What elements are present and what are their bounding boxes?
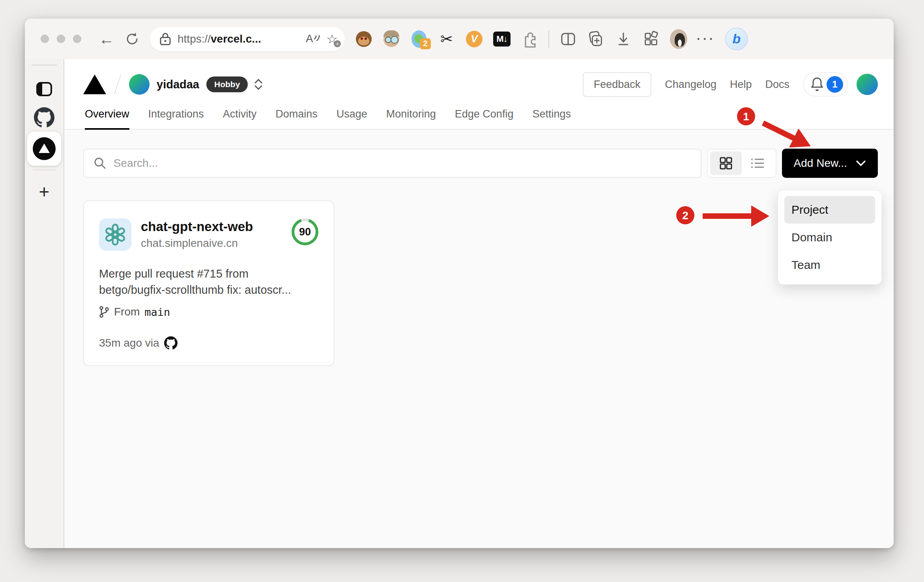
address-bar[interactable]: https://vercel.c... A ☆+ [150, 27, 345, 51]
tab-vercel-active[interactable] [27, 132, 61, 166]
tab-edge-config[interactable]: Edge Config [455, 108, 514, 129]
extensions-puzzle-icon[interactable] [521, 30, 538, 48]
browser-window: ← https://vercel.c... A ☆+ 2 ✂ V M↓ [25, 19, 894, 548]
team-avatar[interactable] [129, 74, 150, 95]
proxy-extension-icon[interactable]: 2 [410, 30, 428, 48]
collections-icon[interactable] [587, 30, 604, 48]
site-header: yidadaa Hobby Feedback Changelog Help Do… [64, 59, 894, 130]
user-avatar[interactable] [857, 74, 878, 95]
project-domain[interactable]: chat.simplenaive.cn [141, 237, 253, 250]
tab-activity[interactable]: Activity [223, 108, 257, 129]
new-tab-icon[interactable]: + [27, 177, 61, 206]
score-ring[interactable]: 90 [292, 218, 318, 245]
url-text: https://vercel.c... [178, 33, 299, 45]
notification-count-badge: 1 [827, 76, 843, 93]
search-box [83, 149, 701, 178]
site-tabs: Overview Integrations Activity Domains U… [83, 108, 878, 129]
notifications-button[interactable]: 1 [803, 72, 848, 97]
list-view-button[interactable] [742, 151, 773, 175]
team-switcher-icon[interactable] [254, 79, 263, 90]
bing-chat-icon[interactable]: b [725, 28, 748, 50]
docs-link[interactable]: Docs [765, 78, 789, 91]
plan-badge: Hobby [206, 76, 248, 92]
toggle-sidebar-icon[interactable] [27, 75, 61, 103]
more-menu-icon[interactable]: ··· [698, 30, 715, 48]
breadcrumb-slash [114, 74, 122, 95]
minimize-window-button[interactable] [57, 35, 65, 43]
openai-project-icon [99, 218, 131, 251]
apps-grid-icon[interactable] [642, 30, 660, 48]
tab-settings[interactable]: Settings [532, 108, 571, 129]
browser-toolbar: ← https://vercel.c... A ☆+ 2 ✂ V M↓ [25, 19, 894, 59]
vercel-page: yidadaa Hobby Feedback Changelog Help Do… [64, 59, 894, 548]
favorite-star-icon[interactable]: ☆+ [326, 32, 338, 47]
vertical-tab-strip: + [25, 59, 64, 548]
project-card[interactable]: chat-gpt-next-web chat.simplenaive.cn 90… [83, 200, 334, 366]
zoom-window-button[interactable] [73, 35, 81, 43]
github-icon [164, 336, 178, 350]
dropdown-item-team[interactable]: Team [784, 251, 875, 279]
tabstrip-divider [33, 170, 56, 170]
help-link[interactable]: Help [730, 78, 752, 91]
vimium-extension-icon[interactable]: V [466, 30, 483, 48]
back-icon[interactable]: ← [99, 31, 114, 47]
tab-monitoring[interactable]: Monitoring [386, 108, 436, 129]
vercel-logo[interactable] [83, 75, 106, 94]
changelog-link[interactable]: Changelog [665, 78, 716, 91]
search-icon [94, 157, 107, 170]
feedback-button[interactable]: Feedback [583, 72, 652, 97]
add-new-button[interactable]: Add New... [782, 149, 878, 178]
add-new-dropdown: Project Domain Team [778, 190, 882, 285]
project-name[interactable]: chat-gpt-next-web [141, 218, 253, 235]
read-aloud-icon[interactable]: A [306, 33, 320, 45]
split-screen-icon[interactable] [559, 30, 577, 48]
tabstrip-divider [32, 65, 57, 65]
close-window-button[interactable] [41, 35, 49, 43]
add-new-label: Add New... [794, 157, 847, 170]
toolbar-divider [548, 30, 549, 48]
dropdown-item-domain[interactable]: Domain [784, 224, 875, 251]
score-value: 90 [294, 221, 316, 242]
favorite-add-badge: + [334, 40, 341, 47]
profile-avatar[interactable] [670, 30, 687, 48]
branch-prefix: From [114, 306, 140, 318]
team-name[interactable]: yidadaa [157, 78, 199, 91]
markdown-extension-icon[interactable]: M↓ [493, 30, 511, 48]
lock-icon [159, 32, 171, 46]
extension-count-badge: 2 [420, 38, 431, 49]
tampermonkey-extension-icon[interactable] [355, 30, 372, 48]
clipper-extension-icon[interactable]: ✂ [438, 30, 455, 48]
dropdown-item-project[interactable]: Project [784, 196, 875, 224]
grid-view-button[interactable] [710, 151, 742, 175]
deploy-time: 35m ago via [99, 337, 159, 349]
git-branch-icon [99, 306, 109, 318]
tab-github-icon[interactable] [27, 103, 61, 132]
vercel-tab-icon [33, 137, 56, 160]
tab-usage[interactable]: Usage [337, 108, 367, 129]
refresh-icon[interactable] [125, 32, 140, 47]
window-controls [41, 35, 81, 43]
commit-message: Merge pull request #715 from betgo/bugfi… [99, 266, 318, 298]
tab-domains[interactable]: Domains [275, 108, 318, 129]
downloads-icon[interactable] [615, 30, 632, 48]
tab-integrations[interactable]: Integrations [148, 108, 204, 129]
branch-name[interactable]: main [144, 306, 170, 318]
tab-overview[interactable]: Overview [85, 108, 129, 129]
search-input[interactable] [114, 157, 691, 170]
avatar-extension-icon[interactable] [383, 30, 400, 48]
chevron-down-icon [856, 160, 866, 166]
list-view-icon [750, 157, 765, 169]
bell-icon [810, 76, 824, 92]
dashboard-content: Add New... [64, 130, 894, 548]
view-toggle [707, 149, 776, 178]
grid-view-icon [719, 157, 733, 170]
